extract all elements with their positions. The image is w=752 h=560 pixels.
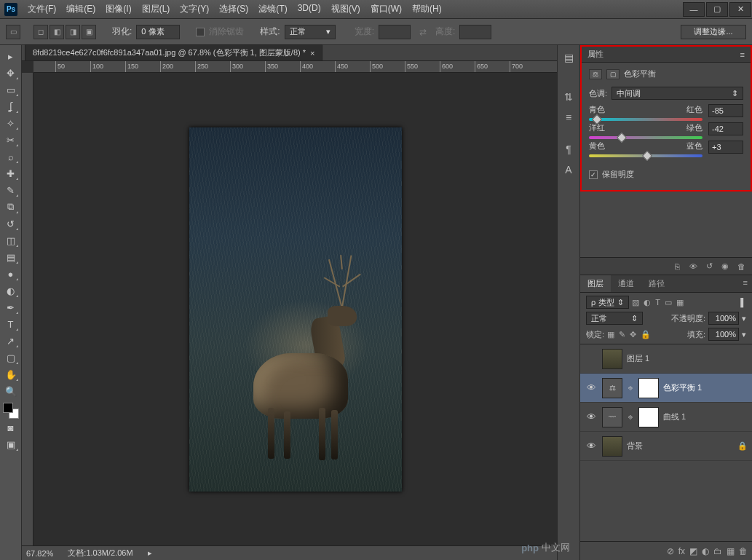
tone-select[interactable]: 中间调⇕: [612, 87, 743, 100]
canvas-viewport[interactable]: [33, 73, 557, 545]
tab-layers[interactable]: 图层: [580, 275, 611, 292]
tool-preset-icon[interactable]: ▭: [6, 25, 20, 39]
filter-shape-icon[interactable]: ▭: [665, 298, 672, 307]
expand-tools-icon[interactable]: ▸: [2, 48, 20, 64]
sel-add-icon[interactable]: ◧: [50, 25, 64, 39]
layer-row[interactable]: 👁 背景 🔒: [580, 432, 752, 461]
layer-name[interactable]: 背景: [627, 441, 643, 451]
blur-tool[interactable]: ●: [2, 266, 20, 282]
color-slider[interactable]: [589, 136, 702, 139]
menu-help[interactable]: 帮助(H): [408, 1, 446, 17]
layer-filter-select[interactable]: ρ 类型 ⇕: [586, 296, 629, 309]
brush-tool[interactable]: ✎: [2, 182, 20, 198]
tab-channels[interactable]: 通道: [611, 275, 641, 292]
visibility-icon[interactable]: ◉: [719, 261, 732, 272]
style-select[interactable]: 正常▾: [285, 25, 336, 39]
history-panel-icon[interactable]: ▤: [561, 50, 577, 66]
history-brush-tool[interactable]: ↺: [2, 216, 20, 232]
slider-value-input[interactable]: -85: [708, 104, 743, 117]
sel-intersect-icon[interactable]: ▣: [82, 25, 96, 39]
menu-image[interactable]: 图像(I): [101, 1, 135, 17]
close-tab-icon[interactable]: ×: [310, 49, 314, 58]
antialias-checkbox[interactable]: [196, 28, 205, 36]
close-button[interactable]: ✕: [729, 2, 751, 17]
minimize-button[interactable]: —: [683, 2, 705, 17]
color-slider[interactable]: [589, 154, 702, 157]
filter-image-icon[interactable]: ▧: [632, 298, 639, 307]
hand-tool[interactable]: ✋: [2, 366, 20, 382]
dodge-tool[interactable]: ◐: [2, 283, 20, 299]
status-menu-icon[interactable]: ▸: [148, 548, 152, 558]
type-tool[interactable]: T: [2, 316, 20, 332]
slider-value-input[interactable]: -42: [708, 122, 743, 135]
filter-smart-icon[interactable]: ▦: [676, 298, 684, 307]
menu-filter[interactable]: 滤镜(T): [254, 1, 291, 17]
layer-name[interactable]: 图层 1: [627, 353, 649, 364]
refine-edge-button[interactable]: 调整边缘...: [681, 25, 746, 39]
new-layer-icon[interactable]: ▦: [727, 546, 735, 556]
panel-menu-icon[interactable]: ≡: [740, 50, 745, 59]
layer-row[interactable]: 👁 〰⎆ 曲线 1: [580, 403, 752, 432]
visibility-toggle[interactable]: 👁: [585, 382, 598, 393]
menu-layer[interactable]: 图层(L): [138, 1, 175, 17]
visibility-toggle[interactable]: 👁: [585, 411, 598, 422]
zoom-tool[interactable]: 🔍: [2, 383, 20, 399]
feather-input[interactable]: 0 像素: [136, 25, 180, 39]
document-tab[interactable]: 8fd8219ce4e627c0f6fc891a347aa01.jpg @ 67…: [25, 44, 322, 60]
maximize-button[interactable]: ▢: [706, 2, 728, 17]
character-panel-icon[interactable]: ⇅: [561, 89, 577, 105]
menu-file[interactable]: 文件(F): [23, 1, 60, 17]
lock-all-icon[interactable]: 🔒: [641, 330, 651, 339]
paragraph-panel-icon[interactable]: ≡: [561, 109, 577, 125]
trash-icon[interactable]: 🗑: [735, 261, 748, 272]
foreground-color-swatch[interactable]: [3, 403, 13, 413]
reset-icon[interactable]: ↺: [702, 261, 716, 272]
lock-move-icon[interactable]: ✥: [630, 330, 636, 339]
crop-tool[interactable]: ✂: [2, 132, 20, 148]
properties-panel-title[interactable]: 属性 ≡: [582, 47, 751, 63]
eraser-tool[interactable]: ◫: [2, 232, 20, 248]
mask-link-icon[interactable]: ⎆: [627, 384, 634, 392]
menu-type[interactable]: 文字(Y): [175, 1, 213, 17]
layer-name[interactable]: 色彩平衡 1: [663, 382, 702, 393]
path-tool[interactable]: ↗: [2, 333, 20, 349]
color-slider[interactable]: [589, 118, 702, 121]
layer-row[interactable]: 图层 1: [580, 344, 752, 374]
stamp-tool[interactable]: ⧉: [2, 199, 20, 215]
tab-paths[interactable]: 路径: [641, 275, 672, 292]
layer-name[interactable]: 曲线 1: [663, 411, 686, 422]
preserve-luminosity-checkbox[interactable]: ✓: [589, 170, 598, 179]
menu-window[interactable]: 窗口(W): [366, 1, 406, 17]
blend-mode-select[interactable]: 正常⇕: [586, 312, 643, 325]
link-layers-icon[interactable]: ⊘: [667, 546, 674, 556]
fill-input[interactable]: 100%: [708, 328, 739, 341]
filter-toggle-icon[interactable]: ▌: [740, 298, 746, 307]
pen-tool[interactable]: ✒: [2, 299, 20, 315]
filter-type-icon[interactable]: T: [655, 298, 660, 307]
visibility-toggle[interactable]: 👁: [585, 441, 598, 451]
menu-select[interactable]: 选择(S): [215, 1, 253, 17]
fx-icon[interactable]: fx: [678, 546, 685, 556]
opacity-input[interactable]: 100%: [708, 312, 739, 325]
clip-icon[interactable]: ⎘: [670, 261, 684, 272]
sel-subtract-icon[interactable]: ◨: [66, 25, 80, 39]
eye-icon[interactable]: 👁: [686, 261, 700, 272]
eyedropper-tool[interactable]: ⌕: [2, 149, 20, 165]
delete-layer-icon[interactable]: 🗑: [739, 546, 748, 556]
heal-tool[interactable]: ✚: [2, 165, 20, 181]
adjustment-icon[interactable]: ◐: [702, 546, 709, 556]
styles-panel-icon[interactable]: ¶: [561, 141, 577, 157]
group-icon[interactable]: 🗀: [713, 546, 722, 556]
marquee-tool[interactable]: ▭: [2, 82, 20, 98]
lock-paint-icon[interactable]: ✎: [619, 330, 625, 339]
mask-icon[interactable]: ◩: [689, 546, 697, 556]
mask-link-icon[interactable]: ⎆: [627, 413, 634, 421]
sel-new-icon[interactable]: ◻: [33, 25, 48, 39]
screenmode-tool[interactable]: ▣: [2, 436, 20, 452]
wand-tool[interactable]: ✧: [2, 115, 20, 131]
layer-row[interactable]: 👁 ⚖⎆ 色彩平衡 1: [580, 374, 752, 403]
quickmask-tool[interactable]: ◙: [2, 419, 20, 435]
lasso-tool[interactable]: ʆ: [2, 98, 20, 114]
lock-pixels-icon[interactable]: ▦: [607, 330, 614, 339]
menu-edit[interactable]: 编辑(E): [62, 1, 100, 17]
